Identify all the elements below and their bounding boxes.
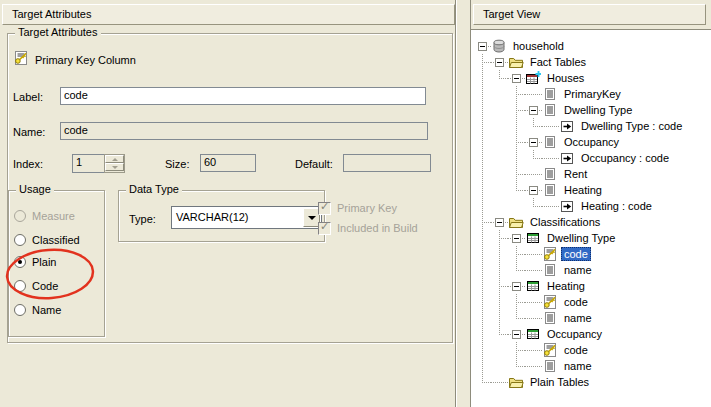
tree-guide-line — [474, 118, 491, 134]
tree-node-label[interactable]: Fact Tables — [527, 55, 589, 69]
tree-node-rent[interactable]: Rent — [474, 166, 685, 182]
tree-expander-cell — [525, 262, 542, 278]
table-green-icon — [525, 278, 541, 294]
tree-node-label[interactable]: Classifications — [527, 215, 603, 229]
tree-node-name[interactable]: name — [474, 262, 685, 278]
tree-node-label[interactable]: Plain Tables — [527, 375, 592, 389]
tree-expander-cell — [508, 326, 525, 342]
tree-guide-line — [474, 182, 491, 198]
tree-connector — [474, 54, 491, 70]
index-spinner-up-button — [105, 155, 124, 163]
tree-expander-minus[interactable] — [529, 106, 538, 115]
tree-node-dwelling-type-code[interactable]: Dwelling Type : code — [474, 118, 685, 134]
tree-node-classifications[interactable]: Classifications — [474, 214, 685, 230]
spinner-up-icon — [112, 155, 118, 161]
tree-node-code[interactable]: code — [474, 342, 685, 358]
name-field-label: Name: — [13, 126, 45, 138]
radio-button-icon — [14, 210, 26, 222]
tree-node-name[interactable]: name — [474, 310, 685, 326]
tree-node-label[interactable]: household — [510, 39, 567, 53]
table-add-icon — [525, 70, 541, 86]
tree-node-label[interactable]: Heating — [544, 279, 588, 293]
minus-icon — [531, 142, 536, 143]
tree-expander-minus[interactable] — [529, 186, 538, 195]
tree-node-label[interactable]: Rent — [561, 167, 590, 181]
attribute-type-subtitle: Primary Key Column — [35, 54, 136, 66]
label-input[interactable]: code — [60, 87, 426, 105]
tree-expander-minus[interactable] — [512, 74, 521, 83]
tree-node-label[interactable]: name — [561, 359, 595, 373]
tree-guide-line — [474, 246, 491, 262]
target-attributes-group-title: Target Attributes — [15, 26, 101, 38]
tree-node-label[interactable]: Heating : code — [578, 199, 655, 213]
tree-expander-cell — [508, 230, 525, 246]
tree-expander-minus[interactable] — [495, 218, 504, 227]
tree-expander-minus[interactable] — [495, 58, 504, 67]
checkmark-icon: ✓ — [320, 220, 329, 233]
tree-guide-line — [491, 86, 508, 102]
tree-guide-line — [474, 70, 491, 86]
tree-expander-minus[interactable] — [478, 42, 487, 51]
tree-guide-line — [491, 150, 508, 166]
tree-node-dwelling-type[interactable]: Dwelling Type — [474, 102, 685, 118]
tree-expander-minus[interactable] — [512, 234, 521, 243]
tree-node-label[interactable]: Dwelling Type : code — [578, 119, 685, 133]
tree-node-label[interactable]: Houses — [544, 71, 587, 85]
target-view-tree[interactable]: householdFact TablesHousesPrimaryKeyDwel… — [471, 29, 711, 407]
tree-node-household[interactable]: household — [474, 38, 685, 54]
tree-node-primarykey[interactable]: PrimaryKey — [474, 86, 685, 102]
tree-node-label[interactable]: name — [561, 311, 595, 325]
tree-node-heating-code[interactable]: Heating : code — [474, 198, 685, 214]
tree-node-code[interactable]: code — [474, 246, 685, 262]
tree-node-label[interactable]: Dwelling Type — [544, 231, 618, 245]
tree-node-label[interactable]: code — [561, 295, 591, 309]
tree-expander-cell — [525, 134, 542, 150]
index-input: 1 — [72, 154, 105, 173]
tree-node-code[interactable]: code — [474, 294, 685, 310]
type-dropdown[interactable]: VARCHAR(12) — [171, 206, 322, 229]
tree-guide-line — [491, 310, 508, 326]
tree-expander-cell — [491, 214, 508, 230]
tree-connector — [508, 102, 525, 118]
tree-node-heating[interactable]: Heating — [474, 278, 685, 294]
tree-node-houses[interactable]: Houses — [474, 70, 685, 86]
tree-node-label[interactable]: code — [561, 343, 591, 357]
checkbox-included-in-build: ✓Included in Build — [318, 221, 418, 235]
right-panel-title: Target View — [483, 8, 540, 20]
key-column-icon — [542, 342, 558, 358]
tree-node-occupancy[interactable]: Occupancy — [474, 326, 685, 342]
tree-node-occupancy[interactable]: Occupancy — [474, 134, 685, 150]
tree-expander-minus[interactable] — [512, 282, 521, 291]
label-field-label: Label: — [13, 91, 43, 103]
tree-node-label[interactable]: name — [561, 263, 595, 277]
column-icon — [542, 358, 558, 374]
tree-expander-cell — [525, 342, 542, 358]
tree-node-label[interactable]: Heating — [561, 183, 605, 197]
tree-expander-minus[interactable] — [529, 138, 538, 147]
tree-node-label[interactable]: Occupancy : code — [578, 151, 672, 165]
tree-node-label[interactable]: code — [561, 247, 591, 261]
tree-node-name[interactable]: name — [474, 358, 685, 374]
tree-node-label[interactable]: PrimaryKey — [561, 87, 624, 101]
tree-expander-minus[interactable] — [512, 330, 521, 339]
tree-expander-cell — [525, 166, 542, 182]
link-icon — [559, 150, 575, 166]
tree-node-dwelling-type[interactable]: Dwelling Type — [474, 230, 685, 246]
tree-node-fact-tables[interactable]: Fact Tables — [474, 54, 685, 70]
checkbox-icon: ✓ — [318, 222, 331, 235]
tree-expander-cell — [491, 54, 508, 70]
tree-guide-line — [491, 294, 508, 310]
tree-node-heating[interactable]: Heating — [474, 182, 685, 198]
tree-node-occupancy-code[interactable]: Occupancy : code — [474, 150, 685, 166]
tree-node-label[interactable]: Occupancy — [544, 327, 605, 341]
tree-node-plain-tables[interactable]: Plain Tables — [474, 374, 685, 390]
tree-guide-line — [508, 150, 525, 166]
tree-node-label[interactable]: Occupancy — [561, 135, 622, 149]
minus-icon — [514, 334, 519, 335]
tree-guide-line — [474, 166, 491, 182]
minus-icon — [514, 78, 519, 79]
tree-node-label[interactable]: Dwelling Type — [561, 103, 635, 117]
left-panel-title: Target Attributes — [12, 8, 92, 20]
tree-guide-line — [508, 118, 525, 134]
tree-expander-cell — [542, 118, 559, 134]
